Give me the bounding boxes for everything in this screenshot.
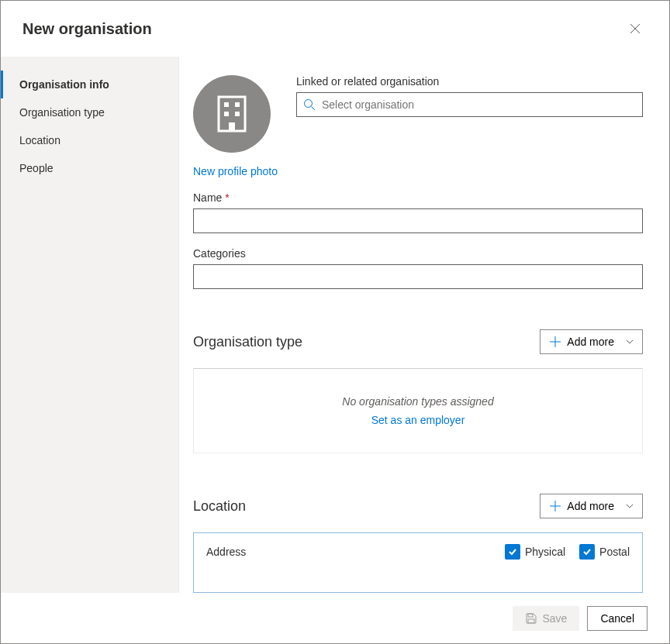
- dialog-body: Organisation info Organisation type Loca…: [1, 57, 669, 593]
- required-marker: *: [225, 191, 229, 204]
- close-button[interactable]: [623, 16, 648, 41]
- close-icon: [630, 23, 641, 34]
- plus-icon: [550, 336, 561, 347]
- address-row: Address Physical: [206, 544, 630, 560]
- svg-point-8: [304, 100, 312, 108]
- categories-field-block: Categories: [193, 247, 643, 289]
- org-type-header: Organisation type Add more: [193, 329, 643, 354]
- svg-rect-6: [235, 112, 240, 116]
- name-field-block: Name *: [193, 191, 643, 233]
- postal-checkbox: [579, 544, 595, 560]
- org-type-add-more-button[interactable]: Add more: [540, 329, 643, 354]
- avatar-placeholder: [193, 75, 271, 153]
- chevron-down-icon: [625, 337, 634, 346]
- svg-rect-5: [224, 112, 229, 116]
- new-organisation-dialog: New organisation Organisation info Organ…: [0, 0, 670, 644]
- name-label: Name *: [193, 191, 643, 204]
- sidebar-item-people[interactable]: People: [1, 154, 178, 182]
- org-type-title: Organisation type: [193, 334, 302, 350]
- cancel-button[interactable]: Cancel: [587, 606, 648, 631]
- linked-org-section: Linked or related organisation: [296, 75, 643, 117]
- linked-org-input-wrap[interactable]: [296, 92, 643, 117]
- svg-rect-4: [235, 102, 240, 107]
- svg-rect-7: [229, 122, 235, 131]
- checkmark-icon: [508, 547, 517, 556]
- physical-checkbox-item[interactable]: Physical: [505, 544, 565, 560]
- sidebar-item-location[interactable]: Location: [1, 126, 178, 154]
- address-label: Address: [206, 546, 246, 558]
- sidebar: Organisation info Organisation type Loca…: [1, 57, 179, 593]
- dialog-title: New organisation: [22, 20, 152, 38]
- org-type-empty-panel: No organisation types assigned Set as an…: [193, 368, 643, 453]
- avatar-section: New profile photo: [193, 75, 278, 177]
- content-area: New profile photo Linked or related orga…: [179, 57, 669, 593]
- sidebar-item-organisation-info[interactable]: Organisation info: [1, 71, 178, 98]
- search-icon: [303, 98, 316, 111]
- set-as-employer-link[interactable]: Set as an employer: [194, 414, 642, 426]
- location-title: Location: [193, 498, 246, 515]
- sidebar-item-organisation-type[interactable]: Organisation type: [1, 98, 178, 126]
- save-icon: [525, 612, 537, 625]
- chevron-down-icon: [625, 501, 634, 511]
- plus-icon: [550, 501, 561, 511]
- location-add-more-button[interactable]: Add more: [540, 494, 643, 518]
- svg-rect-3: [224, 102, 229, 107]
- postal-checkbox-item[interactable]: Postal: [579, 544, 630, 560]
- top-row: New profile photo Linked or related orga…: [193, 75, 643, 177]
- name-input[interactable]: [193, 208, 643, 233]
- org-type-empty-text: No organisation types assigned: [194, 395, 642, 408]
- address-type-checkboxes: Physical Postal: [505, 544, 630, 560]
- physical-checkbox: [505, 544, 520, 560]
- location-header: Location Add more: [193, 494, 643, 518]
- svg-rect-14: [528, 614, 533, 617]
- checkmark-icon: [582, 547, 592, 556]
- linked-org-label: Linked or related organisation: [296, 75, 643, 88]
- dialog-header: New organisation: [1, 1, 669, 57]
- categories-input[interactable]: [193, 264, 643, 289]
- dialog-footer: Save Cancel: [1, 593, 669, 643]
- categories-label: Categories: [193, 247, 643, 260]
- save-button[interactable]: Save: [513, 606, 579, 631]
- building-icon: [216, 95, 247, 133]
- svg-line-9: [311, 107, 315, 111]
- new-profile-photo-link[interactable]: New profile photo: [193, 165, 278, 177]
- address-panel: Address Physical: [193, 532, 643, 593]
- linked-org-input[interactable]: [322, 98, 636, 111]
- svg-rect-15: [528, 619, 534, 623]
